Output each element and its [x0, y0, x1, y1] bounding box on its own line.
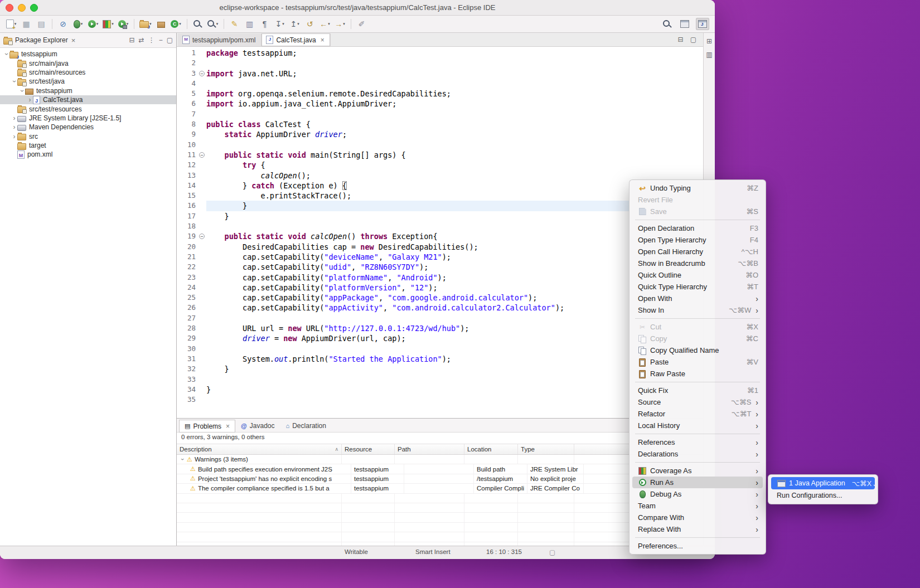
show-whitespace-icon[interactable]: ¶: [258, 18, 272, 30]
menu-item-declarations[interactable]: Declarations›: [632, 448, 763, 460]
code-line[interactable]: 1package testsappium;: [177, 48, 703, 58]
code-line[interactable]: 30: [177, 344, 703, 354]
code-line[interactable]: 29 driver = new AppiumDriver(url, cap);: [177, 333, 703, 343]
titlebar[interactable]: eclipse-workspace - testsappium/src/test…: [0, 0, 715, 16]
fold-marker-icon[interactable]: −: [199, 71, 205, 76]
save-icon[interactable]: ▦: [20, 18, 33, 30]
menu-item-run-configurations[interactable]: Run Configurations...: [771, 489, 875, 502]
column-header-location[interactable]: Location: [464, 444, 518, 454]
code-line[interactable]: 15 e.printStackTrace();: [177, 191, 703, 201]
code-line[interactable]: 23 cap.setCapability("platformName", "An…: [177, 273, 703, 283]
tree-item-src-test-resources[interactable]: src/test/resources: [0, 104, 176, 113]
code-line[interactable]: 6import io.appium.java_client.AppiumDriv…: [177, 99, 703, 109]
pin-editor-icon[interactable]: ✐: [355, 18, 369, 30]
close-view-icon[interactable]: ×: [71, 36, 76, 45]
menu-item-quick-outline[interactable]: Quick Outline⌘O: [632, 269, 763, 281]
column-header-path[interactable]: Path: [395, 444, 464, 454]
tree-item-src[interactable]: ›src: [0, 132, 176, 141]
column-header-description[interactable]: Description∧: [177, 444, 342, 454]
menu-item-revert-file[interactable]: Revert File: [632, 194, 763, 206]
debug-icon[interactable]: ▾: [71, 18, 85, 30]
menu-item-cut[interactable]: Cut⌘X: [632, 321, 763, 333]
menu-item-show-in-breadcrumb[interactable]: Show in Breadcrumb⌥⌘B: [632, 257, 763, 269]
code-line[interactable]: 14 } catch (Exception e) {: [177, 181, 703, 191]
menu-item-quick-type-hierarchy[interactable]: Quick Type Hierarchy⌘T: [632, 281, 763, 293]
menu-item-team[interactable]: Team›: [632, 500, 763, 512]
new-java-project-icon[interactable]: ▾: [138, 18, 153, 30]
tab-pom-xml[interactable]: M testsappium/pom.xml: [178, 33, 262, 46]
next-annotation-icon[interactable]: ↧▾: [273, 18, 287, 30]
tree-expander-icon[interactable]: ›: [11, 123, 17, 131]
menu-item-save[interactable]: Save⌘S: [632, 206, 763, 217]
code-line[interactable]: 4: [177, 79, 703, 89]
view-menu-icon[interactable]: ⋮: [148, 36, 155, 44]
code-line[interactable]: 27: [177, 313, 703, 323]
problem-row[interactable]: ⚠Build path specifies execution environm…: [177, 464, 703, 474]
problem-row[interactable]: ⚠Project 'testsappium' has no explicit e…: [177, 474, 703, 484]
last-edit-location-icon[interactable]: ↺: [303, 18, 317, 30]
new-package-icon[interactable]: [154, 18, 168, 30]
code-line[interactable]: 20 DesiredCapabilities cap = new Desired…: [177, 242, 703, 252]
tree-expander-icon[interactable]: ›: [27, 96, 33, 104]
tree-item-calctest-java[interactable]: ›CalcTest.java: [0, 95, 176, 104]
column-header-type[interactable]: Type: [518, 444, 574, 454]
code-line[interactable]: 31 System.out.println("Started the Appli…: [177, 354, 703, 364]
tree-item-target[interactable]: target: [0, 141, 176, 150]
menu-item-paste[interactable]: Paste⌘V: [632, 356, 763, 368]
run-icon[interactable]: ▾: [86, 18, 100, 30]
code-line[interactable]: 13 calcOpen();: [177, 171, 703, 181]
tab-javadoc[interactable]: @ Javadoc: [235, 419, 280, 432]
menu-item-1-java-application[interactable]: 1 Java Application⌥⌘X J: [771, 477, 875, 489]
print-icon[interactable]: ▤: [35, 18, 48, 30]
close-tab-icon[interactable]: ×: [226, 422, 230, 430]
show-selected-element-icon[interactable]: ▥: [243, 18, 256, 30]
tree-item-src-main-java[interactable]: src/main/java: [0, 59, 176, 67]
code-line[interactable]: 34}: [177, 385, 703, 395]
previous-annotation-icon[interactable]: ↥▾: [288, 18, 302, 30]
tab-calctest-java[interactable]: J CalcTest.java ×: [262, 33, 330, 46]
code-line[interactable]: 24 cap.setCapability("platformVersion", …: [177, 283, 703, 293]
tree-item-jre-system-library-j2se-1-5[interactable]: ›JRE System Library [J2SE-1.5]: [0, 114, 176, 123]
fold-marker-icon[interactable]: −: [199, 234, 205, 239]
search-icon[interactable]: ▾: [206, 18, 220, 30]
maximize-editor-icon[interactable]: ▢: [690, 36, 696, 43]
tree-item-testsappium[interactable]: ›testsappium: [0, 86, 176, 95]
tree-expander-icon[interactable]: ›: [11, 133, 17, 140]
menu-item-quick-fix[interactable]: Quick Fix⌘1: [632, 385, 763, 396]
restore-outline-icon[interactable]: ⊞: [706, 37, 712, 45]
code-line[interactable]: 5import org.openqa.selenium.remote.Desir…: [177, 89, 703, 99]
code-line[interactable]: 16 }: [177, 201, 703, 211]
menu-item-replace-with[interactable]: Replace With›: [632, 523, 763, 535]
code-line[interactable]: 21 cap.setCapability("deviceName", "Gala…: [177, 252, 703, 262]
tree-item-src-main-resources[interactable]: src/main/resources: [0, 68, 176, 77]
menu-item-debug-as[interactable]: Debug As›: [632, 488, 763, 500]
close-window-button[interactable]: [6, 4, 13, 12]
code-line[interactable]: 32 }: [177, 364, 703, 374]
code-line[interactable]: 3−import java.net.URL;: [177, 69, 703, 79]
code-editor[interactable]: 1package testsappium;23−import java.net.…: [177, 47, 703, 418]
quick-access-search-icon[interactable]: [660, 18, 674, 30]
maximize-view-icon[interactable]: ▢: [167, 36, 173, 44]
new-class-icon[interactable]: C▾: [170, 18, 183, 30]
menu-item-copy[interactable]: Copy⌘C: [632, 333, 763, 344]
menu-item-open-with[interactable]: Open With›: [632, 293, 763, 304]
restore-views-icon[interactable]: ▥: [706, 51, 712, 59]
code-line[interactable]: 7: [177, 109, 703, 119]
code-line[interactable]: 22 cap.setCapability("udid", "RZ8N60SY7D…: [177, 262, 703, 272]
menu-item-open-declaration[interactable]: Open DeclarationF3: [632, 222, 763, 234]
skip-breakpoints-icon[interactable]: ⊘: [56, 18, 70, 30]
tree-item-maven-dependencies[interactable]: ›Maven Dependencies: [0, 123, 176, 132]
menu-item-open-type-hierarchy[interactable]: Open Type HierarchyF4: [632, 234, 763, 246]
collapse-all-icon[interactable]: ⊟: [129, 36, 135, 44]
code-line[interactable]: 26 cap.setCapability("appActivity", "com…: [177, 303, 703, 313]
code-line[interactable]: 19− public static void calcOpen() throws…: [177, 231, 703, 241]
column-header-resource[interactable]: Resource: [342, 444, 395, 454]
problems-group-row[interactable]: ›⚠Warnings (3 items): [177, 455, 703, 464]
tree-expander-icon[interactable]: ›: [11, 114, 17, 122]
menu-item-references[interactable]: References›: [632, 436, 763, 448]
code-line[interactable]: 17 }: [177, 211, 703, 221]
new-wizard-icon[interactable]: ▾: [4, 18, 18, 30]
minimize-view-icon[interactable]: −: [159, 36, 163, 44]
code-line[interactable]: 25 cap.setCapability("appPackage", "com.…: [177, 293, 703, 303]
code-line[interactable]: 28 URL url = new URL("http://127.0.0.1:4…: [177, 323, 703, 333]
